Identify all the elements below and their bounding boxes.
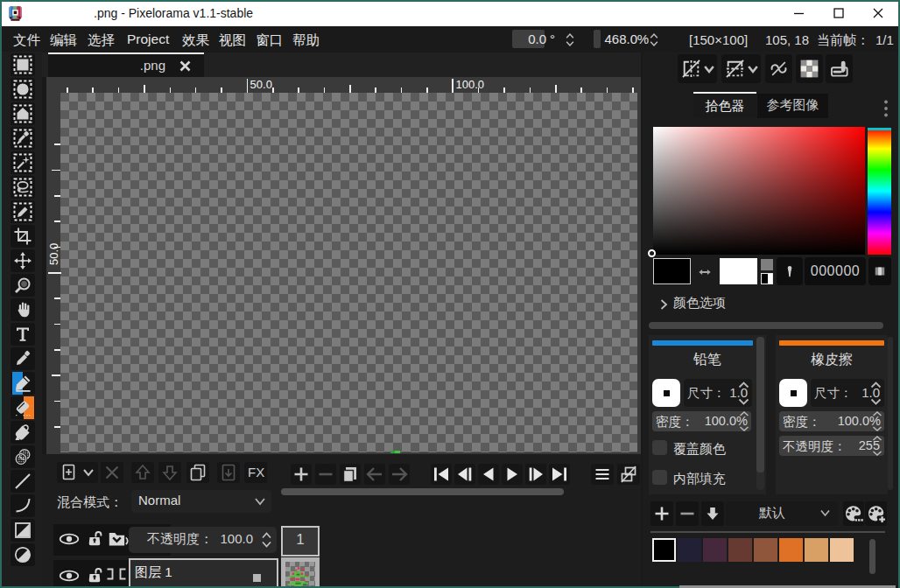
layer-opacity-spinbox[interactable]: 不透明度： 100.0 bbox=[129, 527, 277, 553]
tool-rectangle[interactable] bbox=[11, 519, 35, 542]
tool-pan[interactable] bbox=[11, 298, 35, 321]
tool-magic-wand[interactable] bbox=[11, 151, 35, 174]
secondary-color-swatch[interactable] bbox=[720, 258, 757, 284]
screen-color-picker-button[interactable] bbox=[777, 257, 803, 285]
pencil-size-spinbox[interactable]: 尺寸： 1.0 bbox=[684, 379, 752, 407]
pencil-card-scrollbar[interactable] bbox=[756, 337, 764, 472]
tab-color-picker[interactable]: 拾色器 bbox=[693, 92, 756, 118]
tool-pencil[interactable] bbox=[11, 372, 35, 395]
move-frame-right-button[interactable] bbox=[389, 464, 410, 485]
tool-text[interactable] bbox=[11, 323, 35, 346]
tool-curve[interactable] bbox=[11, 494, 35, 517]
move-layer-up-button[interactable] bbox=[131, 462, 154, 483]
palette-select-dropdown[interactable]: 默认 bbox=[726, 501, 838, 526]
menu-select[interactable]: 选择 bbox=[88, 32, 115, 50]
canvas[interactable] bbox=[60, 93, 637, 452]
add-color-button[interactable] bbox=[650, 501, 673, 526]
close-button[interactable] bbox=[871, 6, 885, 20]
overwrite-color-checkbox[interactable] bbox=[652, 440, 667, 455]
hue-cursor[interactable] bbox=[868, 128, 891, 130]
tool-ellipse-select[interactable] bbox=[11, 78, 35, 101]
tool-bucket[interactable] bbox=[11, 421, 35, 444]
layer1-visibility-icon[interactable] bbox=[58, 564, 81, 587]
eraser-card-scrollbar[interactable] bbox=[888, 337, 893, 490]
move-layer-down-button[interactable] bbox=[158, 462, 181, 483]
sort-colors-button[interactable] bbox=[701, 501, 724, 526]
layer-lock-icon[interactable] bbox=[84, 527, 105, 550]
saturation-value-picker[interactable] bbox=[653, 127, 865, 255]
menu-view[interactable]: 视图 bbox=[219, 32, 246, 50]
palette-swatch-6[interactable] bbox=[779, 538, 803, 562]
tool-lasso[interactable] bbox=[11, 176, 35, 199]
layer-fx-indicator[interactable] bbox=[253, 574, 261, 582]
fill-inside-checkbox[interactable] bbox=[652, 470, 667, 485]
project-tab[interactable]: .png bbox=[48, 52, 204, 77]
menu-file[interactable]: 文件 bbox=[13, 32, 40, 50]
palette-h-scrollbar[interactable] bbox=[679, 585, 896, 588]
blend-mode-dropdown[interactable]: Normal bbox=[131, 490, 271, 513]
color-picker-scrollbar[interactable] bbox=[649, 322, 883, 329]
merge-layer-button[interactable] bbox=[217, 462, 240, 483]
go-first-frame-button[interactable] bbox=[431, 464, 452, 485]
play-forward-button[interactable] bbox=[502, 464, 523, 485]
maximize-button[interactable] bbox=[832, 6, 846, 20]
minimize-button[interactable] bbox=[792, 6, 806, 20]
menu-effects[interactable]: 效果 bbox=[182, 32, 209, 50]
unlink-layers-button[interactable] bbox=[617, 464, 640, 485]
play-backwards-button[interactable] bbox=[478, 464, 499, 485]
hue-slider[interactable] bbox=[868, 128, 891, 255]
color-options-label[interactable]: 颜色选项 bbox=[673, 295, 726, 312]
cel-frame1[interactable] bbox=[281, 557, 320, 588]
layer-fx-button[interactable] bbox=[244, 462, 267, 483]
layer1-link-cels-icon[interactable] bbox=[104, 567, 129, 583]
tool-ellipse[interactable] bbox=[11, 543, 35, 566]
tool-eraser[interactable] bbox=[11, 396, 35, 419]
color-options-chevron-icon[interactable] bbox=[659, 298, 668, 311]
palette-swatch-8[interactable] bbox=[830, 538, 854, 562]
palette-swatch-7[interactable] bbox=[805, 538, 828, 562]
tool-shading[interactable] bbox=[11, 445, 35, 468]
tool-color-picker[interactable] bbox=[11, 347, 35, 370]
add-layer-button[interactable] bbox=[57, 462, 98, 483]
remove-color-button[interactable] bbox=[676, 501, 699, 526]
add-frame-button[interactable] bbox=[291, 464, 312, 485]
tool-crop[interactable] bbox=[11, 225, 35, 248]
go-last-frame-button[interactable] bbox=[549, 464, 570, 485]
primary-color-swatch[interactable] bbox=[653, 258, 691, 284]
tab-reference-images[interactable]: 参考图像 bbox=[757, 94, 828, 118]
layer-visibility-icon[interactable] bbox=[58, 528, 81, 550]
default-colors-top[interactable] bbox=[761, 259, 773, 270]
pixel-perfect-button[interactable] bbox=[765, 54, 792, 83]
eraser-density-slider[interactable]: 密度： 100.0 % bbox=[779, 411, 884, 431]
palette-swatch-4[interactable] bbox=[728, 538, 752, 562]
cel-exposure-icon[interactable] bbox=[106, 528, 129, 550]
sv-cursor[interactable] bbox=[648, 249, 656, 257]
ink-stamp-button[interactable] bbox=[826, 54, 853, 83]
menu-window[interactable]: 窗口 bbox=[256, 32, 283, 50]
palette-swatch-2[interactable] bbox=[678, 538, 701, 562]
palette-swatch-1[interactable] bbox=[652, 538, 676, 562]
delete-layer-button[interactable] bbox=[101, 462, 123, 483]
menu-edit[interactable]: 编辑 bbox=[50, 32, 77, 50]
tool-polygon-select[interactable] bbox=[11, 102, 35, 125]
prev-frame-button[interactable] bbox=[454, 464, 475, 485]
tool-select-by-color[interactable] bbox=[11, 127, 35, 150]
frame-1-header[interactable]: 1 bbox=[281, 526, 320, 556]
palette-scrollbar[interactable] bbox=[869, 539, 875, 574]
alpha-checker-button[interactable] bbox=[796, 54, 823, 83]
tool-line[interactable] bbox=[11, 470, 35, 493]
timeline-scrollbar[interactable] bbox=[281, 488, 564, 495]
pencil-brush-preview[interactable] bbox=[652, 379, 680, 407]
layer-row[interactable]: 图层 1 bbox=[129, 558, 278, 588]
palette-swatch-5[interactable] bbox=[754, 538, 777, 562]
remove-frame-button[interactable] bbox=[315, 464, 336, 485]
palette-swatch-3[interactable] bbox=[703, 538, 727, 562]
layer1-lock-icon[interactable] bbox=[84, 564, 105, 586]
tool-rectangle-select[interactable] bbox=[11, 53, 35, 76]
tool-paint-select[interactable] bbox=[11, 200, 35, 223]
canvas-workspace[interactable]: 50.0100.050.0 bbox=[46, 77, 641, 454]
tab-close-icon[interactable] bbox=[179, 60, 192, 73]
timeline-settings-button[interactable] bbox=[591, 464, 614, 485]
next-frame-button[interactable] bbox=[525, 464, 546, 485]
edit-palette-button[interactable] bbox=[843, 501, 864, 526]
